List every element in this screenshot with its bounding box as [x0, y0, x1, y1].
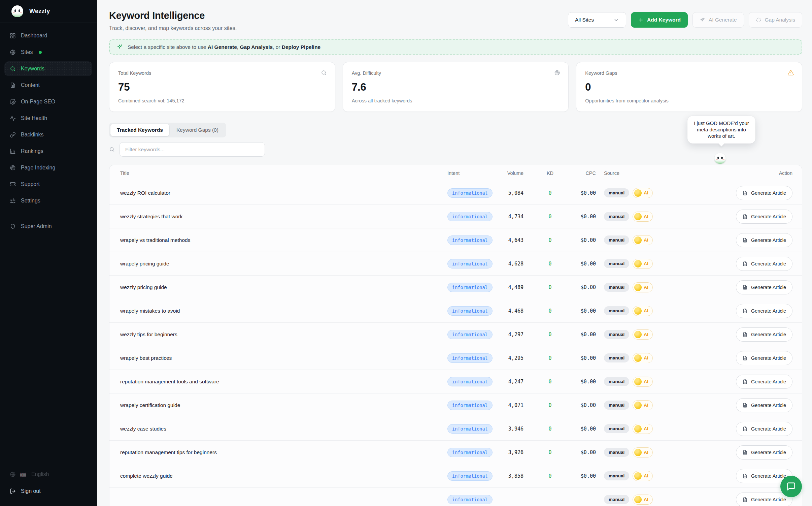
column-source: Source [604, 170, 666, 176]
volume-value: 3,946 [498, 426, 532, 432]
kd-value: 0 [532, 261, 569, 267]
sidebar-item-support[interactable]: Support [4, 177, 92, 192]
plus-icon [638, 17, 644, 23]
volume-value: 3,858 [498, 473, 532, 479]
language-selector[interactable]: English [0, 468, 97, 481]
generate-article-button[interactable]: Generate Article [736, 186, 792, 200]
document-icon [742, 450, 748, 455]
cpc-value: $0.00 [569, 473, 604, 479]
keyword-title: wezzly ROI calculator [120, 190, 447, 196]
site-select[interactable]: All Sites [568, 12, 626, 28]
keyword-title: wezzly pricing guide [120, 284, 447, 290]
sidebar-item-on-page-seo[interactable]: On-Page SEO [4, 94, 92, 109]
chat-icon [786, 482, 796, 491]
generate-article-button[interactable]: Generate Article [736, 398, 792, 412]
generate-article-button[interactable]: Generate Article [736, 375, 792, 389]
ai-ball-icon [634, 425, 642, 433]
stat-card-keyword-gaps: Keyword Gaps 0 Opportunities from compet… [576, 62, 802, 112]
generate-article-button[interactable]: Generate Article [736, 327, 792, 342]
document-icon [742, 379, 748, 384]
sidebar-item-settings[interactable]: Settings [4, 193, 92, 208]
generate-article-button[interactable]: Generate Article [736, 445, 792, 460]
volume-value: 4,295 [498, 355, 532, 361]
intent-badge: informational [447, 495, 493, 504]
filter-keywords-input[interactable] [120, 142, 265, 157]
ai-badge: AI [633, 424, 653, 434]
ai-ball-icon [634, 354, 642, 362]
generate-article-button[interactable]: Generate Article [736, 257, 792, 271]
keyword-title: wezzly case studies [120, 426, 447, 432]
sidebar-item-keywords[interactable]: Keywords [4, 61, 92, 76]
kd-value: 0 [532, 402, 569, 408]
kd-value: 0 [532, 355, 569, 361]
cpc-value: $0.00 [569, 308, 604, 314]
cpc-value: $0.00 [569, 284, 604, 290]
intent-badge: informational [447, 212, 493, 221]
document-icon [742, 190, 748, 196]
tab-tracked-keywords[interactable]: Tracked Keywords [110, 124, 169, 136]
intent-badge: informational [447, 401, 493, 410]
signout-button[interactable]: Sign out [0, 484, 97, 499]
ai-badge: AI [633, 471, 653, 481]
sidebar-item-backlinks[interactable]: Backlinks [4, 127, 92, 142]
document-icon [742, 285, 748, 290]
generate-article-button[interactable]: Generate Article [736, 233, 792, 247]
intent-badge: informational [447, 471, 493, 481]
kd-value: 0 [532, 214, 569, 220]
chat-fab-button[interactable] [780, 476, 802, 497]
document-icon [742, 473, 748, 479]
signout-label: Sign out [21, 488, 41, 494]
source-badge: manual [604, 188, 629, 197]
sidebar-item-dashboard[interactable]: Dashboard [4, 28, 92, 43]
page-title: Keyword Intelligence [109, 10, 237, 21]
cpc-value: $0.00 [569, 261, 604, 267]
ai-ball-icon [634, 260, 642, 267]
volume-value: 4,468 [498, 308, 532, 314]
add-keyword-button[interactable]: Add Keyword [631, 12, 688, 28]
sidebar-item-label: Site Health [21, 115, 47, 121]
source-badge: manual [604, 495, 629, 504]
gap-analysis-button[interactable]: Gap Analysis [749, 12, 802, 28]
kd-value: 0 [532, 237, 569, 243]
keyword-title: wrapely vs traditional methods [120, 237, 447, 243]
search-icon [321, 70, 327, 77]
stat-card-total-keywords: Total Keywords 75 Combined search vol: 1… [109, 62, 335, 112]
sidebar-item-super-admin[interactable]: Super Admin [4, 219, 92, 234]
stat-value: 7.6 [352, 81, 560, 93]
sidebar-divider [4, 214, 92, 214]
page-header: Keyword Intelligence Track, discover, an… [109, 10, 802, 31]
site-select-value: All Sites [575, 17, 594, 23]
table-row: complete wezzly guide informational 3,85… [109, 464, 802, 488]
sidebar-item-rankings[interactable]: Rankings [4, 144, 92, 159]
sidebar-item-label: Content [21, 82, 40, 88]
tab-keyword-gaps[interactable]: Keyword Gaps (0) [170, 124, 225, 136]
kd-value: 0 [532, 426, 569, 432]
stat-card-avg-difficulty: Avg. Difficulty 7.6 Across all tracked k… [343, 62, 569, 112]
source-badge: manual [604, 424, 629, 433]
sidebar-item-content[interactable]: Content [4, 78, 92, 93]
generate-article-button[interactable]: Generate Article [736, 422, 792, 436]
table-row: reputation management tips for beginners… [109, 441, 802, 464]
generate-article-button[interactable]: Generate Article [736, 351, 792, 365]
sidebar-item-sites[interactable]: Sites [4, 45, 92, 60]
generate-article-button[interactable]: Generate Article [736, 280, 792, 294]
link-icon [10, 132, 16, 138]
target-icon [10, 165, 16, 171]
language-label: English [31, 471, 49, 477]
column-cpc: CPC [569, 170, 604, 176]
document-icon [742, 332, 748, 337]
keyword-title: wrapely mistakes to avoid [120, 308, 447, 314]
ai-generate-button[interactable]: AI Generate [692, 12, 744, 28]
sliders-icon [10, 198, 16, 204]
intent-badge: informational [447, 188, 493, 198]
logout-icon [10, 488, 16, 494]
volume-value: 4,247 [498, 379, 532, 385]
generate-article-button[interactable]: Generate Article [736, 304, 792, 318]
sidebar-item-site-health[interactable]: Site Health [4, 111, 92, 126]
table-row: wezzly ROI calculator informational 5,08… [109, 181, 802, 205]
sidebar-item-page-indexing[interactable]: Page Indexing [4, 160, 92, 175]
assistant-mascot[interactable] [714, 153, 726, 164]
generate-article-button[interactable]: Generate Article [736, 210, 792, 224]
ai-ball-icon [634, 331, 642, 338]
ai-badge: AI [633, 259, 653, 269]
